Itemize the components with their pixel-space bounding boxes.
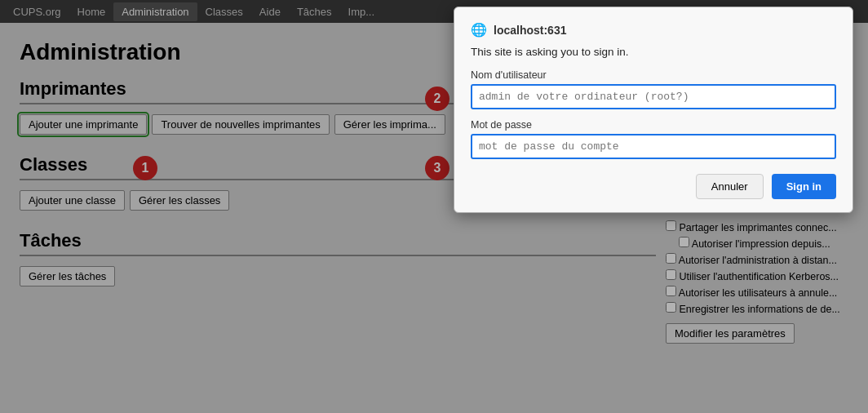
dialog-host: localhost:631 xyxy=(494,24,566,37)
globe-icon: 🌐 xyxy=(471,22,487,38)
dialog-header: 🌐 localhost:631 xyxy=(471,22,836,38)
dialog-actions: Annuler Sign in xyxy=(471,174,836,199)
username-label: Nom d'utilisateur xyxy=(471,69,836,81)
cancel-button[interactable]: Annuler xyxy=(696,174,764,199)
password-label: Mot de passe xyxy=(471,119,836,131)
signin-button[interactable]: Sign in xyxy=(772,174,836,199)
dialog-subtitle: This site is asking you to sign in. xyxy=(471,46,836,58)
auth-dialog: 🌐 localhost:631 This site is asking you … xyxy=(454,7,853,213)
password-input[interactable] xyxy=(471,134,836,159)
username-input[interactable] xyxy=(471,84,836,109)
